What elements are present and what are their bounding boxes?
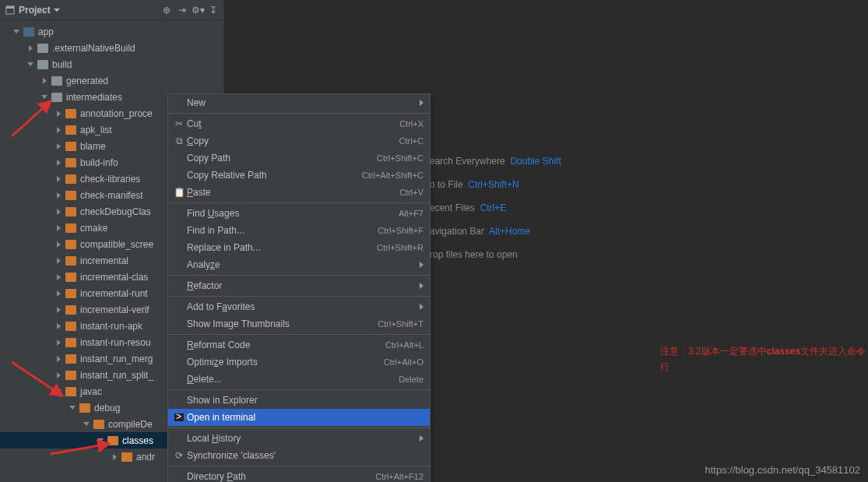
menu-directory-path[interactable]: Directory PathCtrl+Alt+F12	[168, 468, 430, 482]
menu-new[interactable]: New	[168, 94, 430, 111]
source-folder-icon	[65, 240, 76, 249]
tree-node[interactable]: generated	[0, 72, 223, 89]
node-label: blame	[80, 141, 106, 152]
node-label: cmake	[80, 223, 107, 234]
node-label: incremental-clas	[80, 272, 148, 283]
collapse-icon[interactable]: ⇥	[177, 5, 188, 16]
sync-icon: ⟳	[171, 450, 187, 461]
menu-refactor[interactable]: Refactor	[168, 277, 430, 294]
node-label: instant_run_split_	[80, 370, 153, 381]
node-label: incremental-verif	[80, 304, 149, 315]
submenu-arrow-icon	[420, 283, 423, 289]
source-folder-icon	[65, 371, 76, 380]
menu-separator	[168, 113, 430, 114]
empty-editor-hints: earch Everywhere Double Shift o to File …	[430, 156, 561, 273]
source-folder-icon	[65, 207, 76, 216]
menu-reformat-code[interactable]: Reformat CodeCtrl+Alt+L	[168, 336, 430, 354]
folder-icon	[37, 60, 48, 69]
menu-find-usages[interactable]: Find UsagesAlt+F7	[168, 205, 430, 222]
hint-shortcut: Double Shift	[510, 156, 561, 167]
node-label: check-manifest	[80, 190, 143, 201]
menu-analyze[interactable]: Analyze	[168, 256, 430, 273]
terminal-icon: >_	[171, 413, 187, 421]
folder-icon	[37, 44, 48, 53]
node-label: intermediates	[66, 92, 122, 103]
node-label: .externalNativeBuild	[52, 43, 135, 54]
node-label: instant-run-apk	[80, 321, 142, 332]
node-label: javac	[80, 386, 102, 397]
tree-node[interactable]: .externalNativeBuild	[0, 40, 223, 56]
hide-icon[interactable]: ↧	[208, 5, 219, 16]
node-label: generated	[66, 76, 108, 86]
menu-copy-relative-path[interactable]: Copy Relative PathCtrl+Alt+Shift+C	[168, 167, 430, 184]
hint-text: o to File	[430, 179, 463, 190]
hint-text: rop files here to open	[430, 249, 518, 260]
node-label: incremental-runt	[80, 288, 148, 299]
menu-separator	[168, 466, 430, 466]
source-folder-icon	[65, 109, 76, 118]
hint-text: earch Everywhere	[430, 156, 505, 167]
node-label: debug	[94, 403, 120, 413]
source-folder-icon	[65, 256, 76, 266]
tree-node[interactable]: build	[0, 56, 223, 72]
node-label: instant-run-resou	[80, 337, 151, 348]
source-folder-icon	[65, 305, 76, 315]
menu-synchronize[interactable]: ⟳Synchronize 'classes'	[168, 447, 430, 464]
source-folder-icon	[65, 322, 76, 331]
watermark-text: https://blog.csdn.net/qq_34581102	[705, 464, 861, 476]
source-folder-icon	[65, 387, 76, 396]
dropdown-icon[interactable]	[54, 9, 60, 12]
project-label[interactable]: Project	[19, 5, 51, 16]
menu-find-in-path[interactable]: Find in Path...Ctrl+Shift+F	[168, 222, 430, 239]
project-view-icon[interactable]	[5, 5, 16, 16]
node-label: build	[52, 59, 72, 70]
folder-icon	[51, 93, 62, 102]
menu-separator	[168, 202, 430, 203]
menu-copy-path[interactable]: Copy PathCtrl+Shift+C	[168, 150, 430, 167]
source-folder-icon	[65, 223, 76, 233]
node-label: andr	[136, 452, 155, 463]
tree-node-app[interactable]: app	[0, 23, 223, 40]
node-label: classes	[122, 435, 153, 446]
gear-icon[interactable]: ⚙▾	[192, 5, 203, 16]
menu-paste[interactable]: 📋PasteCtrl+V	[168, 184, 430, 201]
source-folder-icon	[65, 142, 76, 151]
node-label: app	[38, 26, 54, 37]
source-folder-icon	[65, 338, 76, 347]
source-folder-icon	[65, 273, 76, 282]
copy-icon: ⧉	[171, 135, 187, 146]
scissors-icon: ✂	[171, 118, 187, 129]
clipboard-icon: 📋	[171, 187, 187, 198]
source-folder-icon	[65, 354, 76, 364]
source-folder-icon	[65, 191, 76, 200]
menu-open-in-terminal[interactable]: >_Open in terminal	[168, 409, 430, 426]
menu-add-favorites[interactable]: Add to Favorites	[168, 298, 430, 315]
hint-text: avigation Bar	[430, 226, 484, 237]
menu-copy[interactable]: ⧉CopyCtrl+C	[168, 132, 430, 150]
menu-cut[interactable]: ✂CutCtrl+X	[168, 115, 430, 132]
source-folder-icon	[121, 452, 132, 462]
node-label: annotation_proce	[80, 108, 153, 119]
svg-text:>_: >_	[176, 413, 184, 421]
menu-optimize-imports[interactable]: Optimize ImportsCtrl+Alt+O	[168, 354, 430, 371]
menu-separator	[168, 296, 430, 297]
locate-icon[interactable]: ⊕	[161, 5, 172, 16]
menu-local-history[interactable]: Local History	[168, 430, 430, 447]
menu-show-thumbnails[interactable]: Show Image ThumbnailsCtrl+Shift+T	[168, 315, 430, 332]
menu-show-in-explorer[interactable]: Show in Explorer	[168, 392, 430, 409]
menu-delete[interactable]: Delete...Delete	[168, 371, 430, 388]
source-folder-icon	[65, 289, 76, 298]
submenu-arrow-icon	[420, 435, 423, 442]
context-menu: New ✂CutCtrl+X ⧉CopyCtrl+C Copy PathCtrl…	[167, 93, 430, 482]
source-folder-icon	[79, 403, 90, 413]
node-label: checkDebugClas	[80, 206, 151, 217]
menu-replace-in-path[interactable]: Replace in Path...Ctrl+Shift+R	[168, 239, 430, 256]
submenu-arrow-icon	[420, 304, 423, 310]
project-toolbar: Project ⊕ ⇥ ⚙▾ ↧	[0, 0, 223, 20]
submenu-arrow-icon	[420, 262, 423, 268]
menu-separator	[168, 427, 430, 428]
annotation-note: 注意：3.2版本一定要选中classes文件夹进入命令行	[660, 343, 868, 374]
hint-shortcut: Ctrl+E	[480, 202, 507, 213]
node-label: compileDe	[108, 419, 153, 430]
node-label: compatible_scree	[80, 239, 153, 250]
